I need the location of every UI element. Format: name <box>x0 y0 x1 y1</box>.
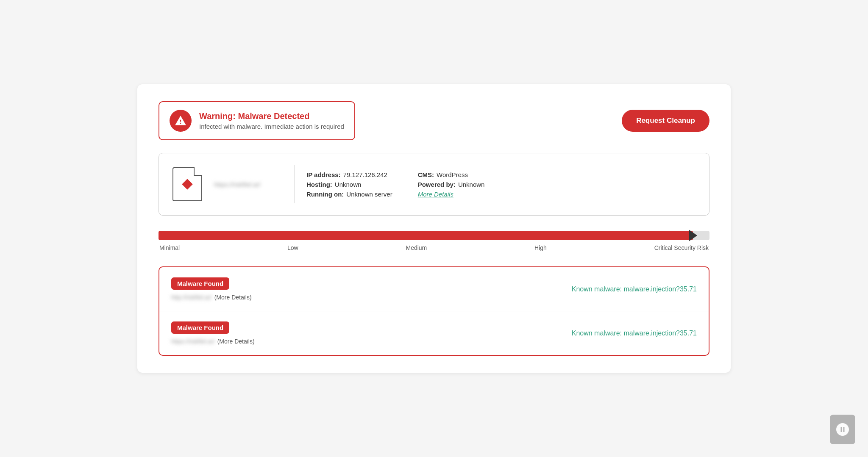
malware-more-details-2[interactable]: (More Details) <box>217 338 255 345</box>
risk-label-high: High <box>534 244 547 251</box>
warning-icon <box>170 110 192 132</box>
malware-badge-1: Malware Found <box>171 277 229 290</box>
risk-bar-outer <box>159 231 709 240</box>
running-label: Running on: <box>306 191 344 198</box>
cms-row: CMS: WordPress <box>418 171 504 178</box>
diamond-icon <box>182 179 192 189</box>
ip-label: IP address: <box>306 171 341 178</box>
malware-more-details-1[interactable]: (More Details) <box>214 294 252 301</box>
site-file-icon <box>172 167 202 201</box>
hosting-value: Unknown <box>335 181 362 188</box>
powered-label: Powered by: <box>418 181 456 188</box>
risk-bar-section: Minimal Low Medium High Critical Securit… <box>159 231 709 251</box>
ip-value: 79.127.126.242 <box>343 171 387 178</box>
risk-label-critical: Critical Security Risk <box>654 244 709 251</box>
malware-section: Malware Found http://riskftel.ar/ (More … <box>159 266 709 356</box>
powered-value: Unknown <box>458 181 485 188</box>
malware-threat-link-1[interactable]: Known malware: malware.injection?35.71 <box>572 285 697 293</box>
warning-text: Warning: Malware Detected Infected with … <box>199 111 344 130</box>
malware-left-1: Malware Found http://riskftel.ar/ (More … <box>171 277 332 301</box>
malware-threat-link-2[interactable]: Known malware: malware.injection?35.71 <box>572 330 697 337</box>
info-details-grid: IP address: 79.127.126.242 CMS: WordPres… <box>306 171 504 198</box>
warning-banner: Warning: Malware Detected Infected with … <box>159 101 355 140</box>
warning-subtitle: Infected with malware. Immediate action … <box>199 123 344 130</box>
running-value: Unknown server <box>346 191 392 198</box>
risk-labels: Minimal Low Medium High Critical Securit… <box>159 244 709 251</box>
more-details-row[interactable]: More Details <box>418 191 504 198</box>
info-divider <box>294 165 295 203</box>
malware-right-1: Known malware: malware.injection?35.71 <box>341 285 697 293</box>
brand-logo <box>830 415 855 444</box>
cms-value: WordPress <box>437 171 468 178</box>
cms-label: CMS: <box>418 171 434 178</box>
risk-label-medium: Medium <box>406 244 427 251</box>
brand-logo-icon <box>835 422 850 437</box>
malware-row-2: Malware Found https://riskftel.ar/ (More… <box>159 311 709 355</box>
malware-badge-2: Malware Found <box>171 321 229 334</box>
risk-label-low: Low <box>287 244 298 251</box>
risk-label-minimal: Minimal <box>159 244 180 251</box>
malware-url-line-2: https://riskftel.ar/ (More Details) <box>171 338 332 345</box>
hosting-label: Hosting: <box>306 181 332 188</box>
site-info-card: https://riskftel.ar/ IP address: 79.127.… <box>159 153 709 216</box>
malware-right-2: Known malware: malware.injection?35.71 <box>341 330 697 337</box>
hosting-row: Hosting: Unknown <box>306 181 392 188</box>
powered-row: Powered by: Unknown <box>418 181 504 188</box>
malware-url-2: https://riskftel.ar/ <box>171 338 215 345</box>
malware-left-2: Malware Found https://riskftel.ar/ (More… <box>171 321 332 345</box>
malware-url-1: http://riskftel.ar/ <box>171 294 212 301</box>
main-container: Warning: Malware Detected Infected with … <box>137 84 731 373</box>
site-url: https://riskftel.ar/ <box>214 181 282 188</box>
running-row: Running on: Unknown server <box>306 191 392 198</box>
warning-row: Warning: Malware Detected Infected with … <box>159 101 709 140</box>
request-cleanup-button[interactable]: Request Cleanup <box>622 110 709 132</box>
malware-row-1: Malware Found http://riskftel.ar/ (More … <box>159 267 709 311</box>
more-details-link[interactable]: More Details <box>418 191 453 198</box>
risk-bar-fill <box>159 231 693 240</box>
warning-title: Warning: Malware Detected <box>199 111 344 121</box>
risk-bar-pointer <box>689 230 697 241</box>
malware-url-line-1: http://riskftel.ar/ (More Details) <box>171 294 332 301</box>
ip-row: IP address: 79.127.126.242 <box>306 171 392 178</box>
alert-triangle-icon <box>175 115 186 127</box>
